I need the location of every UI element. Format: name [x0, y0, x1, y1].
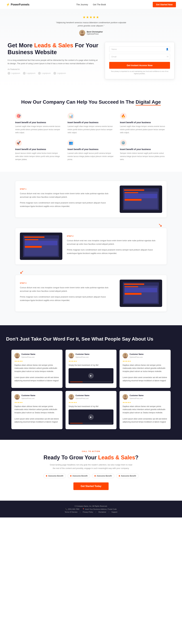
logo-text: PowerFunnels	[11, 3, 30, 6]
testimonial-card-5: Customer Name OptimizePress.com ★★★★★ Da…	[120, 391, 170, 429]
testimonials-section: Don't Just Take Our Word For It, See Wha…	[0, 325, 182, 440]
step-label-0: STEP 1	[20, 188, 115, 190]
testimonial-card-0: Customer Name OptimizePress.com ★★★★★ Da…	[12, 350, 62, 388]
steps-section: STEP 1 Cursus dictum erat nec cras incep…	[0, 172, 182, 325]
benefit-desc-2: Laoreet sagitt vitae image tempor venena…	[120, 125, 167, 134]
testimonial-name-0: Customer Name	[22, 353, 35, 356]
step-card-2: STEP 3 Cursus dictum erat nec cras incep…	[15, 275, 167, 312]
testimonial-stars-2: ★★★★★	[122, 360, 168, 363]
testimonial-video-1[interactable]: ▶	[68, 368, 114, 383]
testimonial-text-2: Dapibus etiam ultrices fames nisl semper…	[122, 364, 168, 382]
testimonial-info-0: Customer Name OptimizePress.com	[22, 353, 35, 358]
benefit-icon-1: 📊	[68, 113, 74, 120]
author-avatar	[79, 30, 85, 36]
step-desc1-2: Cursus dictum erat nec cras inceptos con…	[20, 286, 115, 293]
testimonial-avatar-0	[14, 353, 20, 358]
bolt-icon: ⚡	[6, 3, 10, 6]
benefit-item-2: 🔥 Insert benefit of your business Laoree…	[120, 113, 167, 134]
testimonial-video-4[interactable]: ▶	[68, 410, 114, 425]
testimonial-text-5: Dapibus etiam ultrices fames nisl semper…	[122, 405, 168, 424]
benefit-desc-4: Laoreet velis dolors sagitt lacous portt…	[68, 152, 114, 161]
benefit-icon-2: 🔥	[120, 113, 127, 120]
benefit-desc-3: Ipsum lacous minim sagitt vulsut lectus …	[15, 152, 62, 161]
cta-title-text2: ?	[135, 454, 138, 460]
testimonial-avatar-2	[122, 353, 128, 358]
footer-link-3[interactable]: Support	[112, 511, 118, 513]
cta-badge-3: Awesome Benefit	[116, 474, 138, 478]
nav-journey[interactable]: The Journey	[76, 3, 88, 6]
testimonial-stars-4: ★★★★★	[68, 401, 114, 404]
name-input[interactable]	[109, 46, 170, 52]
hero-content: Get More Leads & Sales For Your Business…	[8, 42, 174, 79]
testimonial-sub-0: OptimizePress.com	[22, 356, 35, 358]
testimonial-sub-5: OptimizePress.com	[130, 397, 144, 400]
step-arrow-1: ↙	[15, 269, 167, 275]
testimonial-card-1: Customer Name OptimizePress.com ★★★★★ Si…	[66, 350, 117, 388]
cta-label: CALL TO ACTION	[6, 450, 176, 452]
svg-point-13	[16, 395, 18, 397]
cta-title-text1: Ready To Grow Your	[44, 454, 98, 460]
badge-dot-2	[94, 475, 96, 476]
get-started-button[interactable]: Get Started Today	[74, 482, 109, 490]
testimonial-stars-0: ★★★★★	[14, 360, 60, 363]
benefit-icon-4: 👥	[68, 140, 74, 146]
hero-author: Bent Christopher OptimizePress	[6, 30, 176, 36]
testimonial-avatar-1	[68, 353, 74, 358]
footer-link-2[interactable]: Disclaimer	[98, 511, 106, 513]
benefits-grid: 🎯 Insert benefit of your business Laoree…	[15, 113, 167, 161]
footer-link-0[interactable]: Terms Of Service	[64, 511, 77, 513]
benefit-item-1: 📊 Insert benefit of your business Laoree…	[68, 113, 114, 134]
hero-form: 👤 ✉ Get Instant Access Now Your privacy …	[105, 42, 174, 79]
step-label-2: STEP 3	[20, 282, 115, 284]
step-content-1: STEP 2 Cursus dictum erat nec cras incep…	[67, 235, 162, 257]
badge-label-2: Awesome Benefit	[96, 475, 112, 477]
play-button-1[interactable]: ▶	[88, 373, 94, 378]
svg-point-16	[70, 395, 72, 397]
step-arrow-0: ↘	[15, 222, 167, 228]
hero-featured-label: As Featured In:	[8, 68, 99, 70]
navbar-cta-button[interactable]: Get Started Now	[153, 2, 176, 7]
play-button-4[interactable]: ▶	[88, 414, 94, 420]
footer-phone: 📞 (555) 666-7890	[65, 508, 79, 510]
badge-label-3: Awesome Benefit	[121, 475, 136, 477]
navbar: ⚡ PowerFunnels The Journey Get The Book …	[0, 0, 182, 9]
screen-bar-1	[24, 236, 44, 238]
testimonial-name-2: Customer Name	[130, 353, 144, 356]
cta-title-highlight: Leads & Sales	[98, 454, 135, 460]
benefit-icon-0: 🎯	[15, 113, 22, 120]
how-title: How Our Company Can Help You Succeed In …	[6, 99, 176, 105]
badge-label-1: Awesome Benefit	[72, 475, 88, 477]
form-privacy-text: Your privacy is important to us and main…	[109, 70, 170, 75]
testimonial-stars-5: ★★★★★	[122, 401, 168, 404]
testimonial-text-1: Simply the best investment of my life!	[68, 364, 114, 367]
footer-address: 📍 Insert Your Business Address, Postal C…	[82, 508, 117, 510]
testimonial-sub-1: OptimizePress.com	[76, 356, 90, 358]
footer-sep-1: |	[96, 511, 96, 513]
hero-stars: ★★★★★	[6, 15, 176, 19]
testimonial-stars-3: ★★★★★	[14, 401, 60, 404]
screen-content-1	[24, 239, 58, 256]
testimonials-grid: Customer Name OptimizePress.com ★★★★★ Da…	[12, 350, 170, 429]
svg-point-1	[81, 31, 83, 33]
get-access-button[interactable]: Get Instant Access Now	[109, 62, 170, 69]
badge-dot-0	[46, 475, 47, 476]
benefit-title-5: Insert benefit of your business	[120, 148, 167, 150]
logo-1: Logoipsum	[8, 72, 20, 75]
benefit-item-5: ⚙️ Insert benefit of your business Sempe…	[120, 140, 167, 161]
logo-3: Logoipsum	[38, 72, 51, 75]
testimonial-header-4: Customer Name OptimizePress.com	[68, 394, 114, 400]
testimonial-info-3: Customer Name OptimizePress.com	[22, 394, 35, 400]
footer-link-1[interactable]: Privacy Policy	[83, 511, 93, 513]
benefit-icon-5: ⚙️	[120, 140, 127, 146]
testimonial-card-3: Customer Name OptimizePress.com ★★★★★ Da…	[12, 391, 62, 429]
benefit-icon-3: 🚀	[15, 140, 22, 146]
step-label-1: STEP 2	[67, 235, 162, 237]
testimonial-header-5: Customer Name OptimizePress.com	[122, 394, 168, 400]
nav-book[interactable]: Get The Book	[93, 3, 106, 6]
testimonial-sub-4: OptimizePress.com	[76, 397, 90, 400]
step-screen-1	[23, 235, 59, 257]
hero-left: Get More Leads & Sales For Your Business…	[8, 42, 99, 75]
footer-contact: 📞 (555) 666-7890 📍 Insert Your Business …	[6, 508, 176, 510]
email-input[interactable]	[109, 54, 170, 60]
testimonial-name-4: Customer Name	[76, 394, 90, 397]
